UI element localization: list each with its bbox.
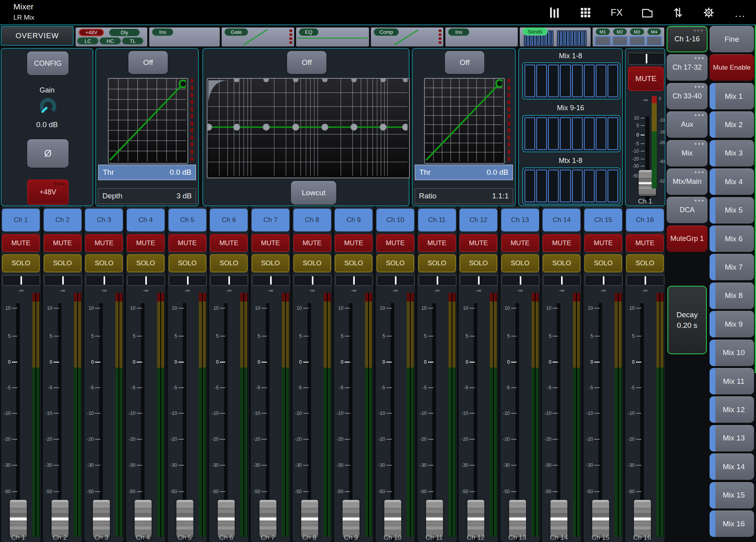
channel-fader-handle[interactable] <box>343 500 359 538</box>
mutegroup-cell[interactable]: M4 <box>647 28 662 45</box>
channel-mute-button[interactable]: MUTE <box>127 234 165 252</box>
channel-fader-handle[interactable] <box>10 500 27 538</box>
channel-select-button[interactable]: Ch 16 <box>626 209 664 231</box>
mutegroup-cell[interactable]: M2 <box>612 28 628 45</box>
mix-select-button-7[interactable]: Mix 7 <box>710 254 754 280</box>
channel-mute-button[interactable]: MUTE <box>293 234 331 252</box>
channel-pan-slider[interactable] <box>210 275 248 286</box>
channel-mute-button[interactable]: MUTE <box>376 234 414 252</box>
channel-select-button[interactable]: Ch 2 <box>44 209 82 231</box>
strip-mutegroup-section[interactable]: M1M2M3M4 <box>593 28 664 46</box>
sends-group-3[interactable] <box>522 167 621 205</box>
channel-solo-button[interactable]: SOLO <box>127 254 165 272</box>
channel-select-button[interactable]: Ch 1 <box>2 209 40 231</box>
mutegroup-cell[interactable]: M3 <box>629 28 645 45</box>
channel-select-button[interactable]: Ch 7 <box>252 209 289 231</box>
channel-pan-slider[interactable] <box>2 275 40 286</box>
layer-button-ch-1-16[interactable]: Ch 1-16 <box>667 26 708 52</box>
mix-select-button-1[interactable]: Mix 1 <box>710 83 754 109</box>
channel-solo-button[interactable]: SOLO <box>376 254 414 272</box>
channel-mute-button[interactable]: MUTE <box>210 234 248 252</box>
channel-solo-button[interactable]: SOLO <box>501 254 539 272</box>
channel-solo-button[interactable]: SOLO <box>169 254 206 272</box>
channel-fader-handle[interactable] <box>93 500 110 538</box>
fx-icon[interactable]: FX <box>610 6 624 20</box>
channel-pan-slider[interactable] <box>294 275 332 286</box>
folder-icon[interactable] <box>640 6 654 20</box>
channel-fader-handle[interactable] <box>509 500 526 538</box>
channel-solo-button[interactable]: SOLO <box>252 254 289 272</box>
layer-button-aux[interactable]: Aux <box>667 111 708 138</box>
channel-mute-button[interactable]: MUTE <box>460 234 497 252</box>
gate-state-button[interactable]: Off <box>128 51 168 74</box>
channel-fader-handle[interactable] <box>384 500 401 538</box>
strip-sends-section[interactable]: Sends <box>520 28 591 46</box>
channel-select-button[interactable]: Ch 5 <box>169 209 206 231</box>
channel-select-button[interactable]: Ch 6 <box>210 209 248 231</box>
layer-button-mutegrp-1[interactable]: MuteGrp 1 <box>667 226 708 252</box>
channel-mute-button[interactable]: MUTE <box>584 234 622 252</box>
channel-solo-button[interactable]: SOLO <box>543 254 580 272</box>
mix-select-button-10[interactable]: Mix 10 <box>710 340 754 366</box>
channel-fader-handle[interactable] <box>135 500 152 538</box>
mix-select-button-6[interactable]: Mix 6 <box>710 226 754 252</box>
channel-solo-button[interactable]: SOLO <box>626 254 664 272</box>
strip-gate-section[interactable]: Gate <box>222 28 294 46</box>
channel-solo-button[interactable]: SOLO <box>293 254 331 272</box>
strip-config-section[interactable]: +48V Dly LC HC TL <box>76 28 147 46</box>
channel-mute-button[interactable]: MUTE <box>335 234 372 252</box>
sends-group-2[interactable] <box>522 115 621 152</box>
gate-depth-row[interactable]: Depth 3 dB <box>98 188 196 204</box>
channel-fader-handle[interactable] <box>592 500 609 538</box>
strip-comp-section[interactable]: Comp <box>371 28 443 46</box>
channel-fader-handle[interactable] <box>550 500 567 538</box>
comp-graph[interactable] <box>424 78 505 164</box>
layer-button-ch-33-40[interactable]: Ch 33-40 <box>667 83 708 109</box>
strip-insert2-section[interactable]: Ins <box>445 28 518 46</box>
channel-mute-button[interactable]: MUTE <box>626 234 664 252</box>
channel-select-button[interactable]: Ch 12 <box>460 209 497 231</box>
sends-group-1[interactable] <box>522 62 621 100</box>
eq-graph[interactable] <box>207 78 410 178</box>
channel-pan-slider[interactable] <box>252 275 290 286</box>
channel-solo-button[interactable]: SOLO <box>85 254 123 272</box>
channel-pan-slider[interactable] <box>44 275 82 286</box>
channel-pan-slider[interactable] <box>169 275 207 286</box>
gate-threshold-row[interactable]: Thr 0.0 dB <box>98 165 196 180</box>
layer-button-mtx-main[interactable]: Mtx/Main <box>667 168 708 195</box>
channel-mute-button[interactable]: MUTE <box>501 234 539 252</box>
channel-fader-handle[interactable] <box>176 500 193 538</box>
gain-knob[interactable] <box>38 96 58 117</box>
eq-state-button[interactable]: Off <box>287 51 326 74</box>
sidebar-button-fine[interactable]: Fine <box>710 26 754 52</box>
channel-pan-slider[interactable] <box>419 275 456 286</box>
channel-solo-button[interactable]: SOLO <box>210 254 248 272</box>
layer-button-ch-17-32[interactable]: Ch 17-32 <box>667 54 708 81</box>
channel-mute-button[interactable]: MUTE <box>44 234 82 252</box>
mix-select-button-8[interactable]: Mix 8 <box>710 283 754 309</box>
phantom-button[interactable]: +48V <box>27 179 69 205</box>
channel-mute-button[interactable]: MUTE <box>2 234 40 252</box>
channel-select-button[interactable]: Ch 15 <box>584 209 622 231</box>
meters-icon[interactable] <box>547 6 561 20</box>
mutegroup-cell[interactable]: M1 <box>595 28 611 45</box>
sidebar-button-mute-enable[interactable]: Mute Enable <box>710 54 754 81</box>
channel-fader-handle[interactable] <box>218 500 235 538</box>
mix-select-button-14[interactable]: Mix 14 <box>710 453 754 480</box>
channel-select-button[interactable]: Ch 8 <box>293 209 331 231</box>
channel-mute-button[interactable]: MUTE <box>418 234 456 252</box>
channel-solo-button[interactable]: SOLO <box>44 254 82 272</box>
channel-select-button[interactable]: Ch 3 <box>85 209 123 231</box>
channel-solo-button[interactable]: SOLO <box>460 254 497 272</box>
phase-button[interactable]: Ø <box>27 139 69 168</box>
channel-pan-slider[interactable] <box>543 275 581 286</box>
mix-select-button-15[interactable]: Mix 15 <box>710 482 754 509</box>
decay-button[interactable]: Decay 0.20 s <box>667 286 707 354</box>
layer-button-mix[interactable]: Mix <box>667 140 708 166</box>
mix-select-button-9[interactable]: Mix 9 <box>710 311 754 337</box>
mix-select-button-13[interactable]: Mix 13 <box>710 425 754 451</box>
channel-pan-slider[interactable] <box>85 275 123 286</box>
channel-pan-slider[interactable] <box>335 275 373 286</box>
channel-fader-handle[interactable] <box>467 500 484 538</box>
channel-mute-button[interactable]: MUTE <box>85 234 123 252</box>
